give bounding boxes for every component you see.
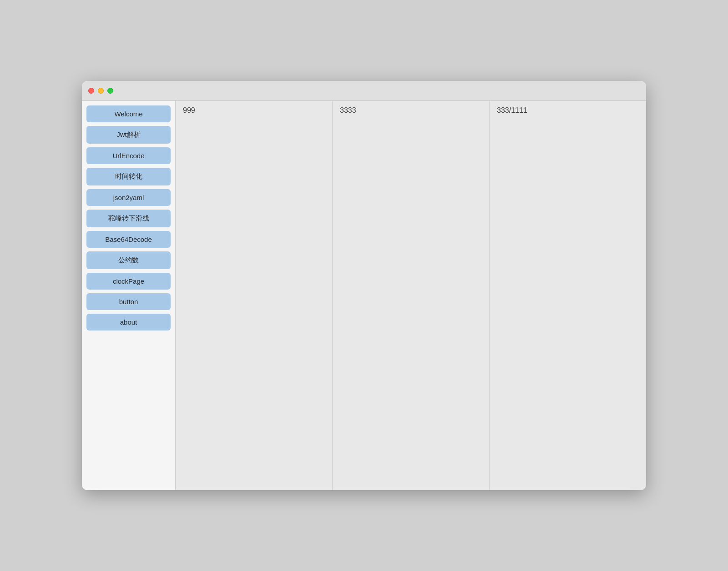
app-body: WelcomeJwt解析UrlEncode时间转化json2yaml驼峰转下滑线… <box>82 101 646 490</box>
app-window: WelcomeJwt解析UrlEncode时间转化json2yaml驼峰转下滑线… <box>82 81 646 490</box>
maximize-button[interactable] <box>107 88 113 94</box>
sidebar-item-about[interactable]: about <box>86 314 171 331</box>
sidebar: WelcomeJwt解析UrlEncode时间转化json2yaml驼峰转下滑线… <box>82 101 175 490</box>
sidebar-item-urlencode[interactable]: UrlEncode <box>86 147 171 164</box>
title-bar <box>82 81 646 101</box>
sidebar-item-json2yaml[interactable]: json2yaml <box>86 189 171 206</box>
sidebar-item-jwt[interactable]: Jwt解析 <box>86 126 171 144</box>
panel-3: 333/1111 <box>489 101 646 490</box>
sidebar-item-welcome[interactable]: Welcome <box>86 105 171 122</box>
panel-1: 999 <box>175 101 332 490</box>
sidebar-item-clock[interactable]: clockPage <box>86 273 171 290</box>
sidebar-item-time-convert[interactable]: 时间转化 <box>86 168 171 185</box>
panel-value-2: 3333 <box>340 106 356 114</box>
panel-value-3: 333/1111 <box>497 106 527 114</box>
content-area: 9993333333/1111 <box>175 101 646 490</box>
sidebar-item-gcd[interactable]: 公约数 <box>86 251 171 269</box>
window-controls <box>88 88 113 94</box>
panel-2: 3333 <box>332 101 489 490</box>
panel-value-1: 999 <box>183 106 195 114</box>
minimize-button[interactable] <box>98 88 104 94</box>
close-button[interactable] <box>88 88 94 94</box>
sidebar-item-base64decode[interactable]: Base64Decode <box>86 231 171 248</box>
sidebar-item-button[interactable]: button <box>86 293 171 310</box>
sidebar-item-camel-to-snake[interactable]: 驼峰转下滑线 <box>86 210 171 227</box>
